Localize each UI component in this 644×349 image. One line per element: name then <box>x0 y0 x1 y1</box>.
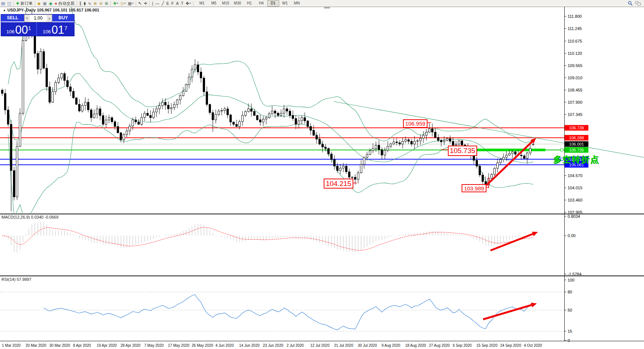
price-tick: 107.345 <box>568 112 582 117</box>
date-tick: 18 Aug 2020 <box>405 343 426 348</box>
ask-price[interactable]: 106017 <box>37 22 73 36</box>
date-tick: 20 Mar 2020 <box>26 343 46 348</box>
date-tick: 7 May 2020 <box>144 343 164 348</box>
price-tick: 110.675 <box>568 39 582 43</box>
price-annotation-box[interactable]: 105.735 <box>448 146 477 156</box>
chart-canvas[interactable]: 111.800111.245110.675110.120109.565109.0… <box>0 0 644 349</box>
date-tick: 8 Apr 2020 <box>73 343 91 348</box>
date-tick: 19 Apr 2020 <box>97 343 117 348</box>
date-tick: 28 Apr 2020 <box>120 343 141 348</box>
price-tag: 106.001 <box>569 142 584 146</box>
sell-button[interactable]: SELL <box>1 14 24 22</box>
price-axis: 111.800111.245110.675110.120109.565109.0… <box>564 14 582 215</box>
bid-price[interactable]: 106001 <box>1 22 37 36</box>
price-tag: 106.739 <box>569 126 584 130</box>
price-tick: 104.570 <box>568 173 582 178</box>
date-tick: 24 Sep 2020 <box>500 343 521 348</box>
date-tick: 9 Aug 2020 <box>382 343 400 348</box>
date-tick: 6 Sep 2020 <box>453 343 472 348</box>
scrollbar-thumb[interactable] <box>324 7 330 9</box>
price-tick: 107.900 <box>568 100 582 104</box>
rsi-tick: 50 <box>568 308 572 312</box>
date-tick: 4 Jun 2020 <box>215 343 234 348</box>
volume-input[interactable]: 1.00 <box>30 15 47 22</box>
date-tick: 12 Jul 2020 <box>310 343 330 348</box>
macd-tick: 0.00 <box>568 233 575 238</box>
price-annotation-box[interactable]: 103.989 <box>462 184 486 192</box>
date-tick: 1 Mar 2020 <box>2 343 21 348</box>
date-tick: 23 Jun 2020 <box>263 343 283 348</box>
date-tick: 17 May 2020 <box>168 343 189 348</box>
price-tick: 110.120 <box>568 51 582 56</box>
macd-signal-line <box>2 227 533 250</box>
rsi-tick: 15 <box>568 329 572 333</box>
candlesticks <box>1 11 534 211</box>
macd-tick: -1.5784 <box>568 272 581 276</box>
date-tick: 14 Jun 2020 <box>239 343 260 348</box>
price-tag: 106.288 <box>569 136 584 140</box>
rsi-tick: 80 <box>568 290 572 294</box>
macd-tick: 0.8034 <box>568 214 580 219</box>
volume-decrease-button[interactable]: ▼ <box>24 15 30 22</box>
buy-button[interactable]: BUY <box>52 14 74 22</box>
date-tick: 30 Jul 2020 <box>358 343 377 348</box>
pane-borders <box>0 7 644 341</box>
date-tick: 15 Sep 2020 <box>476 343 498 348</box>
line-handle[interactable] <box>561 149 563 151</box>
indicator-axis: 0.80340.00-1.57841008050150 <box>564 214 581 343</box>
rsi-tick: 0 <box>568 338 570 343</box>
note-text[interactable]: 多空转折点 <box>553 154 600 165</box>
rsi-value: 57.9897 <box>17 277 32 282</box>
price-tag: 105.735 <box>569 148 584 152</box>
date-tick: 30 Mar 2020 <box>49 343 70 348</box>
date-tick: 26 May 2020 <box>192 343 213 348</box>
collapse-arrow-icon[interactable]: ▲ <box>3 9 6 12</box>
volume-box: ▼ 1.00 ▲ <box>24 14 52 22</box>
date-tick: 2 Jul 2020 <box>287 343 304 348</box>
price-tick: 104.015 <box>568 186 582 190</box>
date-tick: 27 Aug 2020 <box>429 343 450 348</box>
price-annotation-box[interactable]: 106.959 <box>403 119 427 128</box>
macd-signal-value: -0.0669 <box>44 215 58 219</box>
bollinger-bands <box>8 0 533 217</box>
price-tick: 108.455 <box>568 88 582 92</box>
horizontal-line-objects[interactable] <box>0 128 564 165</box>
date-tick: 4 Oct 2020 <box>524 343 542 348</box>
price-annotation-box[interactable]: 104.215 <box>324 179 353 189</box>
rsi-header: RSI(14) 57.9897 <box>1 277 32 282</box>
macd-header: MACD(12,26,9) 0.0340 -0.0669 <box>1 215 59 219</box>
macd-value: 0.0340 <box>31 215 43 219</box>
one-click-trading-panel: SELL ▼ 1.00 ▲ BUY 106001 106017 <box>1 14 75 36</box>
price-tick: 109.565 <box>568 63 582 68</box>
mt4-window: { "toolbar": { "groups": [ {"items": [{"… <box>0 0 644 349</box>
macd-histogram <box>2 222 533 253</box>
rsi-tick: 100 <box>568 278 574 282</box>
price-tick: 103.460 <box>568 198 582 202</box>
price-tick: 109.010 <box>568 76 582 80</box>
price-tick: 111.245 <box>568 26 582 31</box>
date-tick: 21 Jul 2020 <box>334 343 353 348</box>
price-tick: 111.800 <box>568 14 582 19</box>
rsi-line <box>44 295 533 330</box>
symbol-title: ▲USDJPY-,Daily 105.967 106.101 105.917 1… <box>3 8 99 12</box>
volume-increase-button[interactable]: ▲ <box>47 15 52 22</box>
